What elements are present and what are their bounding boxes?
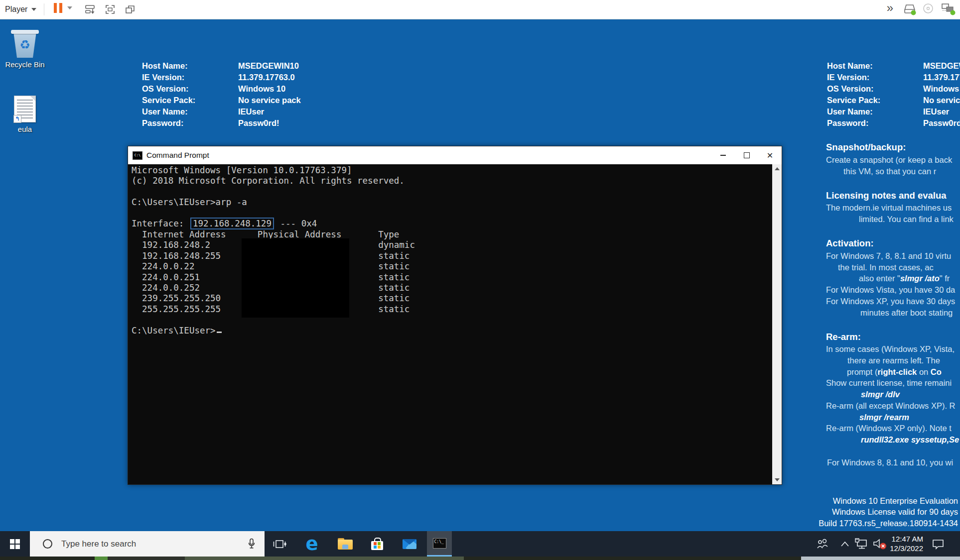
notes-text: Re-arm (Windows XP only). Note t: [826, 424, 952, 433]
windows-license-watermark: Windows 10 Enterprise EvaluationWindows …: [819, 495, 958, 529]
unity-view-button[interactable]: [123, 2, 137, 16]
notes-line: For Windows 7, 8, 8.1 and 10 virtu: [826, 251, 951, 261]
vm-info-label: User Name:: [142, 107, 188, 116]
windows-logo-icon: [10, 539, 20, 549]
notes-line: For Windows 8, 8.1 and 10, you wi: [827, 458, 953, 467]
player-menu-label: Player: [5, 5, 27, 14]
show-hidden-icons-button[interactable]: [837, 531, 852, 557]
host-screen-edge: [0, 557, 960, 560]
start-button[interactable]: [0, 531, 30, 557]
terminal-line: 224.0.0.22 static: [132, 261, 771, 272]
notes-line: this VM, so that you can r: [843, 167, 936, 176]
notes-text: The modern.ie virtual machines us: [826, 203, 952, 212]
desktop-notes-column: Snapshot/backup:Create a snapshot (or ke…: [826, 0, 960, 560]
desktop-icon-recycle-bin[interactable]: ♻ Recycle Bin: [1, 30, 49, 69]
notes-line: Re-arm (Windows XP only). Note t: [826, 424, 952, 433]
action-center-button[interactable]: [928, 531, 949, 557]
minimize-icon: [720, 155, 726, 156]
terminal-output[interactable]: Microsoft Windows [Version 10.0.17763.37…: [128, 164, 782, 484]
notes-text: limited. You can find a link: [859, 215, 954, 224]
search-input[interactable]: Type here to search: [30, 531, 265, 557]
network-tray-button[interactable]: [853, 531, 870, 557]
task-view-button[interactable]: [267, 531, 292, 557]
terminal-line: 255.255.255.255 static: [132, 304, 771, 315]
taskbar-file-explorer-button[interactable]: [333, 531, 358, 557]
send-ctrl-alt-del-button[interactable]: [83, 2, 98, 16]
suspend-vm-button[interactable]: [54, 3, 72, 13]
volume-muted-icon: [872, 537, 887, 551]
terminal-interface-line: Interface: 192.168.248.129 --- 0x4: [132, 219, 771, 229]
taskbar-mail-button[interactable]: [397, 531, 422, 557]
notes-text: For Windows 8, 8.1 and 10, you wi: [827, 458, 953, 467]
taskbar-clock[interactable]: 12:47 AM 12/3/2022: [886, 535, 923, 553]
notes-heading: Licensing notes and evalua: [826, 190, 947, 201]
notes-line: slmgr /dlv: [861, 390, 900, 399]
window-title: Command Prompt: [146, 151, 209, 160]
maximize-icon: [744, 152, 750, 158]
vmware-player-window: Player »: [0, 0, 960, 560]
notes-line: limited. You can find a link: [859, 215, 954, 224]
cmd-app-icon: C:\: [133, 151, 142, 160]
people-button[interactable]: [814, 531, 831, 557]
document-icon: ↰: [14, 96, 36, 122]
terminal-cursor: [217, 332, 222, 333]
notes-line: For Windows XP, you have 30 days: [826, 297, 955, 306]
desktop-icon-label: eula: [1, 125, 49, 133]
expand-toolbar-button[interactable]: »: [887, 1, 892, 15]
license-line: Windows 10 Enterprise Evaluation: [819, 495, 958, 506]
terminal-line: Internet Address Physical Address Type: [132, 229, 771, 240]
network-adapter-icon: [941, 2, 956, 16]
terminal-line: C:\Users\IEUser>arp -a: [132, 197, 771, 208]
vm-info-value: IEUser: [238, 107, 264, 116]
microphone-icon[interactable]: [248, 538, 256, 550]
vm-info-row: Host Name:MSEDGEWIN10: [142, 61, 195, 73]
notes-line: the trial. In most cases, ac: [838, 263, 934, 272]
vm-info-label: OS Version:: [142, 84, 189, 93]
cmd-title-bar[interactable]: C:\ Command Prompt ✕: [128, 146, 782, 164]
hard-disk-status[interactable]: [902, 2, 917, 16]
scroll-up-arrow[interactable]: [772, 164, 782, 173]
people-icon: [816, 538, 829, 550]
terminal-line: Microsoft Windows [Version 10.0.17763.37…: [132, 165, 771, 176]
ethernet-network-icon: [854, 538, 868, 551]
file-explorer-icon: [338, 538, 353, 550]
toolbar-divider: [44, 3, 44, 15]
notes-text: prompt (: [847, 367, 877, 376]
terminal-line: 192.168.248.2 dynamic: [132, 240, 771, 250]
taskbar-edge-button[interactable]: e: [299, 531, 324, 557]
maximize-button[interactable]: [735, 146, 758, 164]
notes-text: Snapshot/backup:: [826, 142, 906, 152]
notes-line: also enter "slmgr /ato" fr: [859, 274, 950, 283]
vm-info-label: Service Pack:: [142, 96, 195, 105]
terminal-prompt-line: C:\Users\IEUser>: [132, 326, 771, 336]
fullscreen-icon: [104, 3, 116, 15]
notes-heading: Activation:: [826, 238, 874, 249]
notes-text: For Windows Vista, you have 30 da: [826, 285, 955, 294]
desktop-icon-eula[interactable]: ↰ eula: [1, 96, 49, 133]
fullscreen-button[interactable]: [103, 2, 118, 16]
notes-text: Licensing notes and evalua: [826, 190, 947, 201]
taskbar-store-button[interactable]: [365, 531, 390, 557]
redaction-box: [242, 238, 349, 318]
terminal-scrollbar[interactable]: [772, 164, 782, 484]
close-button[interactable]: ✕: [758, 146, 782, 164]
taskbar-command-prompt-button[interactable]: C:\_: [427, 531, 452, 557]
recycle-symbol-icon: ♻: [19, 39, 30, 51]
notes-line: there are rearms left. The: [847, 356, 940, 365]
notes-heading: Snapshot/backup:: [826, 142, 906, 153]
notes-text: In some cases (Windows XP, Vista,: [826, 344, 955, 353]
license-line: Windows License valid for 90 days: [819, 506, 958, 517]
scroll-down-arrow[interactable]: [772, 475, 782, 484]
player-menu-button[interactable]: Player: [5, 3, 36, 16]
network-adapter-status[interactable]: [941, 2, 956, 16]
clock-time: 12:47 AM: [886, 535, 923, 544]
command-prompt-icon: C:\_: [433, 538, 446, 549]
minimize-button[interactable]: [711, 146, 735, 164]
notes-text: Co: [931, 367, 942, 376]
notes-line: Create a snapshot (or keep a back: [826, 155, 952, 165]
chevron-down-icon: [31, 8, 36, 11]
vm-info-value: Windows 10: [238, 84, 285, 94]
notes-line: The modern.ie virtual machines us: [826, 203, 952, 213]
cd-rom-status[interactable]: [921, 2, 936, 16]
vm-info-value: MSEDGEWIN10: [238, 61, 299, 71]
